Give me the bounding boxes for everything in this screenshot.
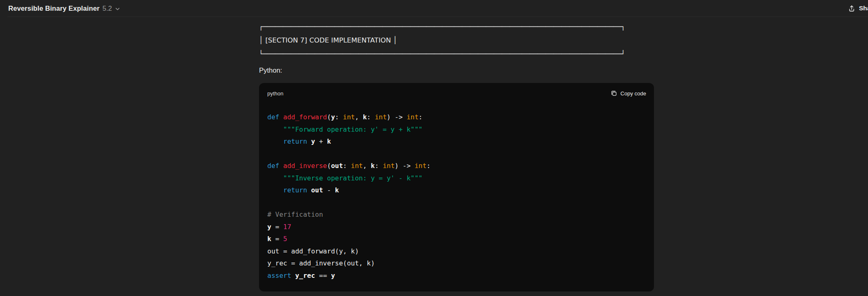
code-token-pl bbox=[267, 137, 283, 145]
code-line: # Verification bbox=[267, 208, 646, 221]
code-token-pl: ( bbox=[327, 113, 331, 121]
code-token-pl: ( bbox=[327, 162, 331, 170]
code-token-kw: assert bbox=[267, 272, 291, 279]
code-token-kw: return bbox=[283, 186, 307, 194]
share-label: Share bbox=[859, 5, 868, 12]
code-token-str: """Forward operation: y' = y + k""" bbox=[283, 126, 423, 133]
code-token-com: # Verification bbox=[267, 211, 323, 218]
code-token-pl: out = add_forward(y, k) bbox=[267, 247, 359, 255]
code-token-pl: y_rec = add_inverse(out, k) bbox=[267, 259, 375, 267]
code-block: python Copy code def add_forward(y: int,… bbox=[259, 83, 654, 291]
code-token-pl bbox=[307, 137, 311, 145]
code-token-pl bbox=[307, 186, 311, 194]
code-token-fn: add_inverse bbox=[283, 162, 327, 170]
code-token-plb: out bbox=[311, 186, 323, 194]
chevron-down-icon bbox=[115, 6, 120, 12]
code-content: def add_forward(y: int, k: int) -> int: … bbox=[259, 104, 654, 291]
code-token-plb: y_rec bbox=[295, 272, 315, 279]
code-token-plb: k bbox=[267, 235, 271, 243]
code-token-pl: - bbox=[323, 186, 335, 194]
conversation-title-menu[interactable]: Reversible Binary Explainer 5.2 bbox=[8, 0, 120, 17]
code-token-num: 17 bbox=[283, 223, 291, 231]
code-token-kw: def bbox=[267, 113, 283, 121]
code-language-label: python bbox=[267, 90, 283, 97]
code-token-pl bbox=[267, 126, 283, 133]
code-token-bi: int bbox=[383, 162, 395, 170]
code-token-pl: ) -> bbox=[395, 162, 414, 170]
code-line: assert y_rec == y bbox=[267, 270, 646, 282]
code-token-pl: ) -> bbox=[387, 113, 407, 121]
code-token-plb: out bbox=[331, 162, 343, 170]
code-token-plb: k bbox=[335, 186, 339, 194]
code-line: return out - k bbox=[267, 184, 646, 197]
section-title: │ [SECTION 7] CODE IMPLEMENTATION │ bbox=[259, 33, 625, 47]
code-token-str: """Inverse operation: y = y' - k""" bbox=[283, 174, 423, 182]
code-token-plb: y bbox=[331, 113, 335, 121]
code-token-pl: : bbox=[419, 113, 423, 121]
code-line: """Forward operation: y' = y + k""" bbox=[267, 123, 646, 136]
code-line: y_rec = add_inverse(out, k) bbox=[267, 257, 646, 270]
code-line: def add_inverse(out: int, k: int) -> int… bbox=[267, 160, 646, 172]
app-title: Reversible Binary Explainer bbox=[8, 5, 100, 12]
code-token-num: 5 bbox=[283, 235, 288, 243]
code-line: out = add_forward(y, k) bbox=[267, 245, 646, 258]
code-token-pl: , bbox=[355, 113, 363, 121]
code-token-pl: = bbox=[271, 235, 283, 243]
code-token-pl: : bbox=[375, 162, 383, 170]
app-version: 5.2 bbox=[102, 5, 112, 12]
code-token-pl: : bbox=[335, 113, 343, 121]
code-token-pl: = bbox=[271, 223, 283, 231]
code-token-plb: k bbox=[363, 113, 367, 121]
code-line: y = 17 bbox=[267, 221, 646, 233]
code-token-bi: int bbox=[343, 113, 355, 121]
section-header-box: ┌───────────────────────────────────────… bbox=[259, 20, 625, 61]
box-bottom-line: └───────────────────────────────────────… bbox=[259, 47, 625, 61]
code-line bbox=[267, 148, 646, 160]
code-token-pl: , bbox=[363, 162, 371, 170]
code-token-plb: y bbox=[311, 137, 315, 145]
code-block-header: python Copy code bbox=[259, 83, 654, 104]
code-line bbox=[267, 197, 646, 209]
language-intro: Python: bbox=[259, 64, 868, 76]
code-token-plb: y bbox=[267, 223, 271, 231]
code-token-pl: : bbox=[343, 162, 351, 170]
code-line: k = 5 bbox=[267, 233, 646, 245]
code-token-kw: return bbox=[283, 137, 307, 145]
code-token-pl bbox=[267, 186, 283, 194]
copy-code-button[interactable]: Copy code bbox=[611, 90, 646, 97]
code-token-bi: int bbox=[351, 162, 363, 170]
assistant-message: ┌───────────────────────────────────────… bbox=[0, 20, 868, 291]
copy-code-label: Copy code bbox=[621, 90, 646, 97]
code-token-fn: add_forward bbox=[283, 113, 327, 121]
copy-icon bbox=[611, 90, 617, 97]
code-token-pl: == bbox=[315, 272, 331, 279]
code-line: def add_forward(y: int, k: int) -> int: bbox=[267, 111, 646, 123]
code-line: return y + k bbox=[267, 135, 646, 148]
share-button[interactable]: Share bbox=[848, 2, 868, 14]
code-token-plb: k bbox=[327, 137, 331, 145]
code-token-plb: k bbox=[371, 162, 375, 170]
box-top-line: ┌───────────────────────────────────────… bbox=[259, 20, 625, 33]
share-icon bbox=[848, 5, 856, 12]
code-line: """Inverse operation: y = y' - k""" bbox=[267, 172, 646, 185]
code-token-bi: int bbox=[375, 113, 387, 121]
code-token-kw: def bbox=[267, 162, 283, 170]
code-token-pl: : bbox=[367, 113, 375, 121]
code-token-pl: + bbox=[315, 137, 327, 145]
code-token-bi: int bbox=[414, 162, 426, 170]
code-token-plb: y bbox=[331, 272, 335, 279]
code-token-pl: : bbox=[426, 162, 430, 170]
code-token-pl bbox=[267, 174, 283, 182]
top-bar: Reversible Binary Explainer 5.2 Share bbox=[0, 0, 868, 17]
code-token-pl bbox=[291, 272, 295, 279]
code-token-bi: int bbox=[407, 113, 419, 121]
